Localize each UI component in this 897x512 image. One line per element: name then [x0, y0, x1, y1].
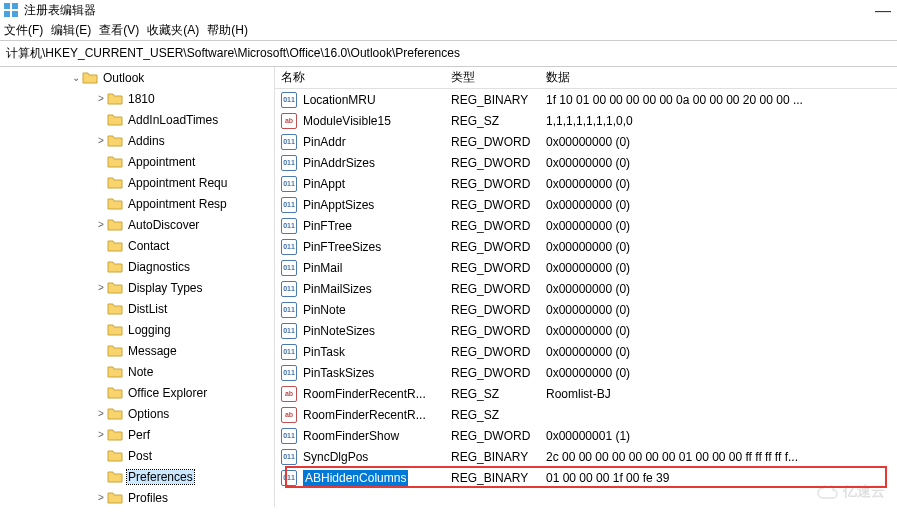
value-bin-icon: 011	[281, 155, 297, 171]
value-name: PinNoteSizes	[303, 324, 375, 338]
list-row[interactable]: abRoomFinderRecentR...REG_SZ	[275, 404, 897, 425]
list-row[interactable]: 011PinMailREG_DWORD0x00000000 (0)	[275, 257, 897, 278]
folder-icon	[107, 385, 123, 401]
value-name: RoomFinderRecentR...	[303, 408, 426, 422]
chevron-right-icon[interactable]: >	[95, 135, 107, 146]
value-name: RoomFinderRecentR...	[303, 387, 426, 401]
list-row[interactable]: 011PinApptREG_DWORD0x00000000 (0)	[275, 173, 897, 194]
address-text: 计算机\HKEY_CURRENT_USER\Software\Microsoft…	[6, 46, 460, 60]
list-row[interactable]: abRoomFinderRecentR...REG_SZRoomlist-BJ	[275, 383, 897, 404]
folder-icon	[107, 259, 123, 275]
tree-label: Appointment	[127, 155, 196, 169]
col-header-data[interactable]: 数据	[540, 67, 897, 88]
tree-item-appointment-resp[interactable]: Appointment Resp	[0, 193, 274, 214]
list-row[interactable]: 011PinFTreeREG_DWORD0x00000000 (0)	[275, 215, 897, 236]
value-type: REG_DWORD	[445, 177, 540, 191]
value-data: 1f 10 01 00 00 00 00 00 0a 00 00 00 20 0…	[540, 93, 897, 107]
folder-icon	[107, 280, 123, 296]
folder-icon	[107, 175, 123, 191]
tree-label: Display Types	[127, 281, 203, 295]
tree-item-distlist[interactable]: DistList	[0, 298, 274, 319]
chevron-right-icon[interactable]: >	[95, 429, 107, 440]
minimize-button[interactable]: —	[875, 2, 891, 20]
tree-item-appointment[interactable]: Appointment	[0, 151, 274, 172]
list-row[interactable]: 011RoomFinderShowREG_DWORD0x00000001 (1)	[275, 425, 897, 446]
list-row[interactable]: 011PinTaskREG_DWORD0x00000000 (0)	[275, 341, 897, 362]
tree-item-message[interactable]: Message	[0, 340, 274, 361]
value-type: REG_BINARY	[445, 471, 540, 485]
list-row[interactable]: 011PinTaskSizesREG_DWORD0x00000000 (0)	[275, 362, 897, 383]
app-icon	[4, 3, 18, 17]
menu-help[interactable]: 帮助(H)	[207, 22, 248, 39]
menubar: 文件(F) 编辑(E) 查看(V) 收藏夹(A) 帮助(H)	[0, 20, 897, 40]
tree-item-display-types[interactable]: >Display Types	[0, 277, 274, 298]
list-row[interactable]: 011PinAddrREG_DWORD0x00000000 (0)	[275, 131, 897, 152]
menu-file[interactable]: 文件(F)	[4, 22, 43, 39]
tree-item-contact[interactable]: Contact	[0, 235, 274, 256]
list-row[interactable]: 011SyncDlgPosREG_BINARY2c 00 00 00 00 00…	[275, 446, 897, 467]
value-data: 0x00000000 (0)	[540, 282, 897, 296]
value-data: 0x00000000 (0)	[540, 156, 897, 170]
value-type: REG_DWORD	[445, 261, 540, 275]
list-row[interactable]: 011PinNoteSizesREG_DWORD0x00000000 (0)	[275, 320, 897, 341]
tree-pane[interactable]: ⌄ Outlook >1810AddInLoadTimes>AddinsAppo…	[0, 67, 275, 507]
value-data: 0x00000000 (0)	[540, 135, 897, 149]
list-row[interactable]: 011PinNoteREG_DWORD0x00000000 (0)	[275, 299, 897, 320]
chevron-right-icon[interactable]: >	[95, 282, 107, 293]
tree-item-office-explorer[interactable]: Office Explorer	[0, 382, 274, 403]
list-row[interactable]: 011PinApptSizesREG_DWORD0x00000000 (0)	[275, 194, 897, 215]
tree-item-profiles[interactable]: >Profiles	[0, 487, 274, 507]
tree-item-diagnostics[interactable]: Diagnostics	[0, 256, 274, 277]
value-type: REG_DWORD	[445, 240, 540, 254]
value-type: REG_DWORD	[445, 303, 540, 317]
value-type: REG_SZ	[445, 387, 540, 401]
tree-item-perf[interactable]: >Perf	[0, 424, 274, 445]
tree-label: Options	[127, 407, 170, 421]
tree-root-outlook[interactable]: ⌄ Outlook	[0, 67, 274, 88]
value-type: REG_SZ	[445, 408, 540, 422]
value-name: PinAppt	[303, 177, 345, 191]
menu-edit[interactable]: 编辑(E)	[51, 22, 91, 39]
folder-icon	[107, 301, 123, 317]
tree-item-autodiscover[interactable]: >AutoDiscover	[0, 214, 274, 235]
value-data: 1,1,1,1,1,1,1,0,0	[540, 114, 897, 128]
chevron-down-icon[interactable]: ⌄	[70, 72, 82, 83]
menu-favorites[interactable]: 收藏夹(A)	[147, 22, 199, 39]
tree-label: AutoDiscover	[127, 218, 200, 232]
list-pane[interactable]: 名称 类型 数据 011LocationMRUREG_BINARY1f 10 0…	[275, 67, 897, 507]
value-type: REG_DWORD	[445, 219, 540, 233]
chevron-right-icon[interactable]: >	[95, 492, 107, 503]
list-row[interactable]: 011LocationMRUREG_BINARY1f 10 01 00 00 0…	[275, 89, 897, 110]
value-type: REG_DWORD	[445, 156, 540, 170]
chevron-right-icon[interactable]: >	[95, 219, 107, 230]
value-name: SyncDlgPos	[303, 450, 368, 464]
value-type: REG_DWORD	[445, 198, 540, 212]
list-row[interactable]: 011PinAddrSizesREG_DWORD0x00000000 (0)	[275, 152, 897, 173]
tree-item-post[interactable]: Post	[0, 445, 274, 466]
titlebar[interactable]: 注册表编辑器 —	[0, 0, 897, 20]
value-name: PinFTree	[303, 219, 352, 233]
value-bin-icon: 011	[281, 218, 297, 234]
list-row[interactable]: 011ABHiddenColumnsREG_BINARY01 00 00 00 …	[275, 467, 897, 488]
value-bin-icon: 011	[281, 449, 297, 465]
value-data: 0x00000000 (0)	[540, 177, 897, 191]
tree-item-addins[interactable]: >Addins	[0, 130, 274, 151]
list-row[interactable]: abModuleVisible15REG_SZ1,1,1,1,1,1,1,0,0	[275, 110, 897, 131]
col-header-type[interactable]: 类型	[445, 67, 540, 88]
chevron-right-icon[interactable]: >	[95, 408, 107, 419]
tree-item-preferences[interactable]: Preferences	[0, 466, 274, 487]
tree-item-logging[interactable]: Logging	[0, 319, 274, 340]
chevron-right-icon[interactable]: >	[95, 93, 107, 104]
tree-item-addinloadtimes[interactable]: AddInLoadTimes	[0, 109, 274, 130]
list-row[interactable]: 011PinMailSizesREG_DWORD0x00000000 (0)	[275, 278, 897, 299]
tree-item-options[interactable]: >Options	[0, 403, 274, 424]
tree-item-note[interactable]: Note	[0, 361, 274, 382]
menu-view[interactable]: 查看(V)	[99, 22, 139, 39]
list-row[interactable]: 011PinFTreeSizesREG_DWORD0x00000000 (0)	[275, 236, 897, 257]
tree-item-1810[interactable]: >1810	[0, 88, 274, 109]
col-header-name[interactable]: 名称	[275, 67, 445, 88]
tree-label: Note	[127, 365, 154, 379]
tree-item-appointment-requ[interactable]: Appointment Requ	[0, 172, 274, 193]
address-bar[interactable]: 计算机\HKEY_CURRENT_USER\Software\Microsoft…	[0, 40, 897, 67]
value-name: PinNote	[303, 303, 346, 317]
